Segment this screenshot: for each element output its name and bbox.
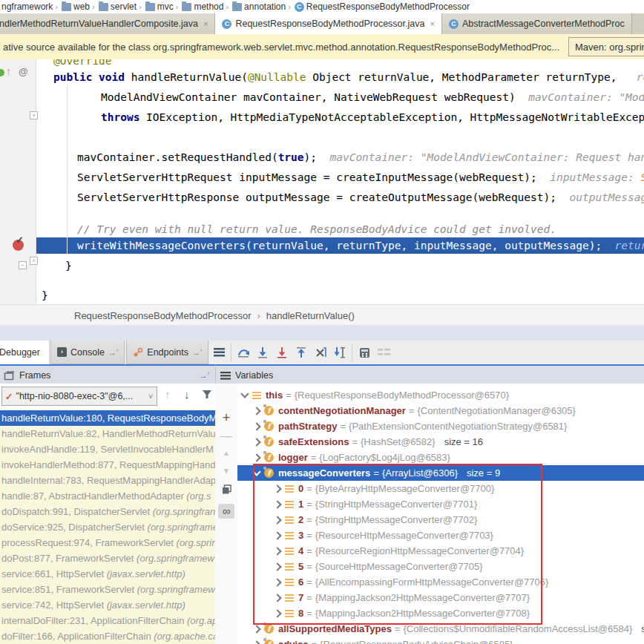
force-step-into-icon[interactable] — [272, 341, 292, 364]
chevron-right-icon[interactable] — [252, 453, 260, 461]
chevron-right-icon[interactable] — [273, 531, 281, 539]
chevron-down-icon[interactable] — [252, 467, 260, 476]
stack-frame-row[interactable]: doPost:877, FrameworkServlet (org.spring… — [0, 551, 215, 566]
variable-row-4[interactable]: 4={ResourceRegionHttpMessageConverter@77… — [237, 543, 644, 559]
breadcrumb-item-servlet[interactable]: servlet — [99, 1, 137, 12]
evaluate-expression-icon[interactable] — [355, 341, 374, 364]
breadcrumb-item-ngframework[interactable]: ngframework — [1, 1, 53, 12]
stack-frame-row[interactable]: handleReturnValue:82, HandlerMethodRetur… — [0, 426, 215, 441]
pin-icon[interactable]: →’ — [108, 348, 118, 357]
variable-row-5[interactable]: 5={SourceHttpMessageConverter@7705} — [237, 559, 644, 574]
chevron-right-icon[interactable] — [252, 407, 260, 415]
stack-frame-row[interactable]: handle:87, AbstractHandlerMethodAdapter … — [0, 488, 215, 504]
move-watch-up-button[interactable]: ▲ — [215, 449, 237, 457]
fold-marker-icon[interactable]: ˅ — [30, 111, 38, 119]
move-watch-down-button[interactable]: ▼ — [215, 467, 237, 475]
fold-marker-icon[interactable]: ˄ — [30, 257, 38, 265]
variable-row-6[interactable]: 6={AllEncompassingFormHttpMessageConvert… — [237, 574, 644, 590]
variable-row-contentNegotiationManager[interactable]: fcontentNegotiationManager={ContentNegot… — [237, 403, 644, 418]
editor-tab-1[interactable]: ndlerMethodReturnValueHandlerComposite.j… — [0, 13, 215, 34]
variable-row-2[interactable]: 2={StringHttpMessageConverter@7702} — [237, 512, 644, 528]
stack-frame-row[interactable]: doDispatch:991, DispatcherServlet (org.s… — [0, 504, 215, 519]
variable-row-pathStrategy[interactable]: fpathStrategy={PathExtensionContentNegot… — [237, 418, 644, 434]
step-out-icon[interactable] — [292, 341, 311, 364]
layout-settings-icon[interactable] — [374, 341, 393, 364]
variable-row-logger[interactable]: flogger={LogFactory$Log4jLog@6583} — [237, 450, 644, 465]
stack-frame-row[interactable]: doService:925, DispatcherServlet (org.sp… — [0, 519, 215, 535]
frame-down-button[interactable]: ↓ — [184, 388, 190, 401]
editor-gutter[interactable]: ↑ @ ˅ ˄ − — [0, 59, 36, 304]
chevron-right-icon[interactable] — [273, 500, 281, 508]
stack-frame-row[interactable]: invokeAndHandle:119, ServletInvocableHan… — [0, 441, 215, 457]
frames-panel-header[interactable]: Frames →’ — [0, 364, 215, 386]
code-editor[interactable]: ↑ @ ˅ ˄ − ✓ @Overridepublic void handleR… — [0, 59, 644, 304]
frames-list[interactable]: handleReturnValue:180, RequestResponseBo… — [0, 409, 215, 644]
chevron-right-icon[interactable] — [273, 547, 281, 555]
remove-watch-button[interactable]: — — [215, 430, 237, 443]
chevron-right-icon[interactable] — [273, 562, 281, 571]
stack-frame-row[interactable]: service:851, FrameworkServlet (org.sprin… — [0, 582, 215, 597]
pin-icon[interactable]: →’ — [192, 348, 202, 357]
variable-row-3[interactable]: 3={ResourceHttpMessageConverter@7703} — [237, 528, 644, 543]
variable-row-1[interactable]: 1={StringHttpMessageConverter@7701} — [237, 496, 644, 512]
chevron-right-icon[interactable] — [252, 438, 260, 446]
run-to-cursor-icon[interactable] — [330, 341, 349, 364]
frame-up-button[interactable]: ↑ — [165, 388, 171, 401]
editor-breadcrumb-item[interactable]: handleReturnValue() — [266, 310, 355, 321]
variable-row-this[interactable]: this={RequestResponseBodyMethodProcessor… — [237, 387, 644, 403]
variable-row-0[interactable]: 0={ByteArrayHttpMessageConverter@7700} — [237, 481, 644, 496]
stack-frame-row[interactable]: processRequest:974, FrameworkServlet (or… — [0, 535, 215, 551]
drop-frame-icon[interactable] — [311, 341, 330, 364]
stack-frame-row[interactable]: invokeHandlerMethod:877, RequestMappingH… — [0, 457, 215, 473]
chevron-right-icon[interactable] — [252, 422, 260, 430]
overrides-method-icon[interactable]: ↑ — [6, 65, 11, 77]
close-icon[interactable]: × — [203, 19, 208, 28]
variables-panel-header[interactable]: Variables — [215, 364, 644, 386]
maven-library-select[interactable]: Maven: org.spring — [568, 37, 644, 56]
add-watch-button[interactable]: + — [215, 410, 237, 426]
variables-tree[interactable]: this={RequestResponseBodyMethodProcessor… — [237, 384, 644, 644]
variable-row-safeExtensions[interactable]: fsafeExtensions={HashSet@6582}size = 16 — [237, 434, 644, 450]
breadcrumb-item-method[interactable]: method — [182, 1, 223, 12]
stack-frame-row[interactable]: doFilter:166, ApplicationFilterChain (or… — [0, 628, 215, 644]
chevron-right-icon[interactable] — [273, 609, 281, 617]
chevron-right-icon[interactable] — [252, 625, 260, 633]
stack-frame-row[interactable]: handleReturnValue:180, RequestResponseBo… — [0, 410, 215, 426]
thread-select[interactable]: ✓ "http-nio-8080-exec-3"@6,... ˅ — [1, 387, 157, 406]
variable-row-advice[interactable]: fadvice={RequestResponseBodyAdviceChain@… — [237, 637, 644, 644]
fold-collapse-icon[interactable]: − — [19, 261, 27, 269]
step-over-icon[interactable] — [234, 341, 253, 364]
show-watches-toggle[interactable]: ∞ — [218, 504, 234, 519]
stack-frame-row[interactable]: service:742, HttpServlet (javax.servlet.… — [0, 597, 215, 613]
variable-row-8[interactable]: 8={MappingJackson2HttpMessageConverter@7… — [237, 605, 644, 621]
editor-tab-2[interactable]: CRequestResponseBodyMethodProcessor.java… — [215, 13, 441, 34]
tab-console[interactable]: › Console→’ — [50, 341, 125, 364]
view-options-icon[interactable] — [209, 341, 229, 364]
chevron-right-icon[interactable] — [252, 640, 260, 644]
variable-row-messageConverters[interactable]: fmessageConverters={ArrayList@6306}size … — [237, 465, 644, 481]
stack-frame-row[interactable]: internalDoFilter:231, ApplicationFilterC… — [0, 613, 215, 628]
tab-debugger[interactable]: Debugger — [0, 341, 50, 364]
filter-frames-icon[interactable] — [202, 390, 212, 399]
chevron-down-icon[interactable] — [240, 390, 249, 398]
tab-endpoints[interactable]: Endpoints→’ — [126, 341, 208, 364]
duplicate-watch-button[interactable] — [215, 484, 237, 494]
breadcrumb-item-web[interactable]: web — [62, 1, 90, 12]
breadcrumb-item-mvc[interactable]: mvc — [145, 1, 174, 12]
stack-frame-row[interactable]: handleInternal:783, RequestMappingHandle… — [0, 473, 215, 488]
editor-tab-3[interactable]: CAbstractMessageConverterMethodProc — [442, 13, 632, 34]
variable-row-allSupportedMediaTypes[interactable]: fallSupportedMediaTypes={Collections$Unm… — [237, 621, 644, 637]
breadcrumb-item-RequestResponseBodyMethodProcessor[interactable]: CRequestResponseBodyMethodProcessor — [295, 1, 470, 12]
run-marker-icon[interactable] — [0, 69, 4, 76]
stack-frame-row[interactable]: service:661, HttpServlet (javax.servlet.… — [0, 566, 215, 582]
step-into-icon[interactable] — [253, 341, 272, 364]
chevron-right-icon[interactable] — [273, 516, 281, 524]
pin-icon[interactable]: →’ — [200, 371, 209, 380]
editor-breadcrumb-item[interactable]: RequestResponseBodyMethodProcessor — [74, 310, 251, 321]
variable-row-7[interactable]: 7={MappingJackson2HttpMessageConverter@7… — [237, 590, 644, 605]
chevron-right-icon[interactable] — [273, 484, 281, 493]
close-icon[interactable]: × — [430, 19, 434, 28]
chevron-right-icon[interactable] — [273, 594, 281, 602]
breadcrumb-item-annotation[interactable]: annotation — [232, 1, 286, 12]
chevron-right-icon[interactable] — [273, 578, 281, 586]
